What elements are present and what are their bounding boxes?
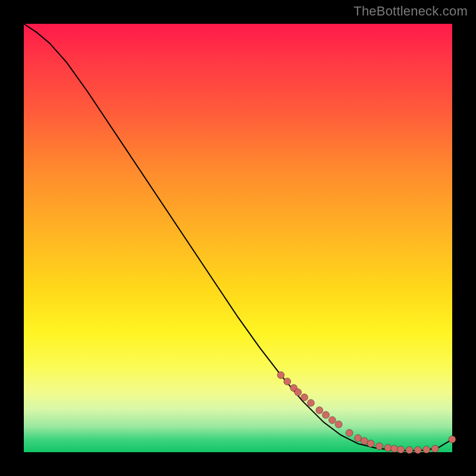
- curve-marker: [431, 445, 439, 452]
- curve-marker: [397, 446, 405, 453]
- plot-area: [24, 24, 452, 452]
- curve-marker: [277, 371, 284, 378]
- curve-marker: [316, 406, 323, 414]
- curve-marker: [284, 378, 291, 385]
- curve-marker: [384, 444, 392, 452]
- chart-frame: TheBottleneck.com: [0, 0, 476, 476]
- curve-marker: [414, 446, 421, 453]
- curve-marker: [307, 399, 314, 406]
- curve-marker: [449, 436, 456, 443]
- curve-marker: [376, 443, 383, 450]
- curve-marker: [367, 440, 374, 447]
- curve-marker: [335, 421, 342, 428]
- curve-marker: [322, 411, 330, 418]
- watermark-text: TheBottleneck.com: [353, 4, 468, 19]
- bottleneck-curve: [24, 24, 452, 451]
- curve-markers: [277, 371, 456, 453]
- curve-marker: [406, 446, 413, 453]
- curve-marker: [301, 394, 308, 401]
- curve-marker: [423, 446, 430, 453]
- curve-marker: [355, 434, 362, 441]
- curve-marker: [361, 437, 368, 444]
- curve-svg: [24, 24, 452, 452]
- curve-marker: [346, 430, 353, 437]
- curve-marker: [295, 389, 302, 396]
- curve-marker: [328, 416, 336, 424]
- curve-marker: [391, 445, 398, 452]
